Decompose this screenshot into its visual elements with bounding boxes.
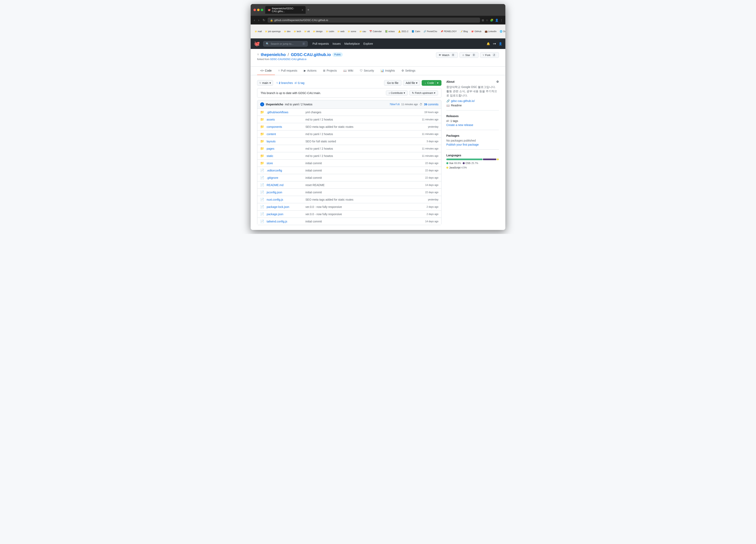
bookmark-blog[interactable]: 📝 Blog [459,30,469,33]
file-name-link[interactable]: .editorconfig [267,169,303,172]
bookmark-icon[interactable]: ☆ [486,19,488,22]
bookmark-cau[interactable]: cau [358,30,367,33]
nav-pull-requests[interactable]: Pull requests [313,42,329,45]
search-bar[interactable]: 🔍 Search or jump to... / [263,41,308,46]
bookmark-design[interactable]: design [312,30,324,33]
translate-icon[interactable]: ⊞ [482,19,484,22]
tab-pull-requests[interactable]: ⑂ Pull requests [275,66,301,75]
table-row: 📄package-lock.jsonver.0.0 - now fully re… [257,203,441,210]
address-bar[interactable]: 🔒 github.com/thepenielcho/GDSC-CAU.githu… [268,18,480,23]
bookmark-mail[interactable]: mail [253,30,263,33]
star-button[interactable]: ☆ Star 0 [459,52,479,58]
close-button[interactable] [253,9,256,11]
file-name-link[interactable]: nuxt.config.js [267,198,303,201]
branches-link[interactable]: ⑂ 2 branches [276,81,293,84]
branch-selector[interactable]: ⑂ main ▾ [257,80,273,86]
tab-actions[interactable]: ▶ Actions [301,66,320,75]
create-icon[interactable]: +▾ [493,42,496,45]
bookmark-penielogy[interactable]: 📌 PENIELOGY [439,30,458,33]
branch-chevron-icon: ▾ [269,81,271,84]
bookmark-eclass[interactable]: 📗 eclass [384,30,396,33]
bookmark-job[interactable]: job openings [264,30,282,33]
bookmark-penielcho[interactable]: 🔗 PenielCho [422,30,438,33]
bookmark-web[interactable]: web [336,30,346,33]
bookmark-linkedin[interactable]: 💼 LinkedIn [484,30,498,33]
go-to-file-button[interactable]: Go to file [384,80,401,86]
repo-owner-link[interactable]: thepenielcho [261,52,286,57]
bookmark-domains[interactable]: 🌐 Domains [498,30,505,33]
file-name-link[interactable]: layouts [267,140,303,143]
notification-icon[interactable]: 🔔 [487,42,490,45]
create-release-link[interactable]: Create a new release [446,123,499,127]
commit-message-link[interactable]: md to yaml / 2 howtos [285,103,312,106]
website-link[interactable]: 🔗 gdsc-cau.github.io/ [446,99,499,102]
minimize-button[interactable] [257,9,260,11]
user-avatar[interactable]: 👤 [499,42,502,45]
browser-tab-active[interactable]: 🐙 thepenielcho/GDSC-CAU.githu... ✕ [265,6,306,14]
code-button[interactable]: ↓ Code ▾ [422,80,441,86]
file-name-link[interactable]: store [267,161,303,165]
about-gear-icon[interactable]: ⚙ [496,80,499,83]
commits-count-link[interactable]: 39 commits [424,103,438,106]
bookmark-calendar[interactable]: 📅 Calendar [368,30,383,33]
bookmark-csdm[interactable]: csdm [325,30,335,33]
file-name-link[interactable]: tailwind.config.js [267,220,303,223]
commit-sha-link[interactable]: 7bbefc6 [390,103,400,106]
file-icon: 📄 [260,212,264,216]
nav-explore[interactable]: Explore [363,42,373,45]
code-btn-caret[interactable]: ▾ [435,81,438,84]
bookmark-ott[interactable]: ott [303,30,311,33]
watch-button[interactable]: 👁 Watch 0 [436,52,458,58]
file-name-link[interactable]: content [267,132,303,136]
profile-icon[interactable]: 👤 [495,19,498,22]
file-name-link[interactable]: .github/workflows [267,111,303,114]
tags-link[interactable]: 🏷 1 tag [295,81,304,84]
commit-author-link[interactable]: thepenielcho [266,103,283,106]
bookmark-dev[interactable]: dev [283,30,292,33]
forward-button[interactable]: › [257,18,260,23]
contribute-button[interactable]: ↕ Contribute ▾ [386,90,408,95]
tab-wiki[interactable]: 📖 Wiki [340,66,356,75]
bookmark-tech[interactable]: tech [292,30,302,33]
bookmark-2021[interactable]: ⚠️ 2021-2 [397,30,410,33]
refresh-button[interactable]: ↻ [262,17,266,23]
github-logo[interactable]: 🐙 [254,41,260,46]
lang-js[interactable]: JavaScript 4.5% [446,166,467,169]
file-name-link[interactable]: .gitignore [267,176,303,179]
file-name-link[interactable]: package.json [267,212,303,216]
nav-marketplace[interactable]: Marketplace [344,42,360,45]
tab-settings[interactable]: ⚙ Settings [398,66,419,75]
maximize-button[interactable] [261,9,263,11]
file-name-link[interactable]: components [267,125,303,128]
file-name-link[interactable]: static [267,154,303,157]
tab-projects[interactable]: ⊞ Projects [320,66,340,75]
lang-css[interactable]: CSS 25.7% [463,162,478,165]
fork-button[interactable]: ⑂ Fork 2 [480,52,499,58]
tab-insights[interactable]: 📊 Insights [377,66,398,75]
file-name-link[interactable]: README.md [267,183,303,187]
repo-name-link[interactable]: GDSC-CAU.github.io [291,52,331,57]
tab-code[interactable]: <> Code [257,66,275,75]
tab-security[interactable]: 🛡 Security [357,66,377,75]
fetch-upstream-button[interactable]: ↻ Fetch upstream ▾ [409,90,438,95]
tab-close-icon[interactable]: ✕ [302,9,303,11]
nav-issues[interactable]: Issues [333,42,341,45]
website-url: gdsc-cau.github.io/ [451,99,475,102]
bookmark-some[interactable]: some [346,30,357,33]
file-name-link[interactable]: pages [267,147,303,150]
menu-icon[interactable]: ⋮ [500,19,503,22]
lang-vue[interactable]: Vue 69.8% [446,162,461,165]
file-time: 2 days ago [418,213,438,215]
fork-source-link[interactable]: GDSC-CAU/GDSC-CAU.github.io [270,58,306,61]
file-name-link[interactable]: package-lock.json [267,205,303,208]
bookmark-calm[interactable]: 📘 Calm [410,30,421,33]
publish-package-link[interactable]: Publish your first package [446,143,479,146]
bookmark-github[interactable]: 🐙 GitHub [470,30,483,33]
extensions-icon[interactable]: 🧩 [490,19,493,22]
back-button[interactable]: ‹ [253,18,256,23]
readme-link[interactable]: 📖 Readme [446,104,499,107]
file-name-link[interactable]: jsconfig.json [267,191,303,194]
add-file-button[interactable]: Add file ▾ [403,80,420,86]
file-name-link[interactable]: assets [267,118,303,121]
new-tab-button[interactable]: + [307,8,309,12]
